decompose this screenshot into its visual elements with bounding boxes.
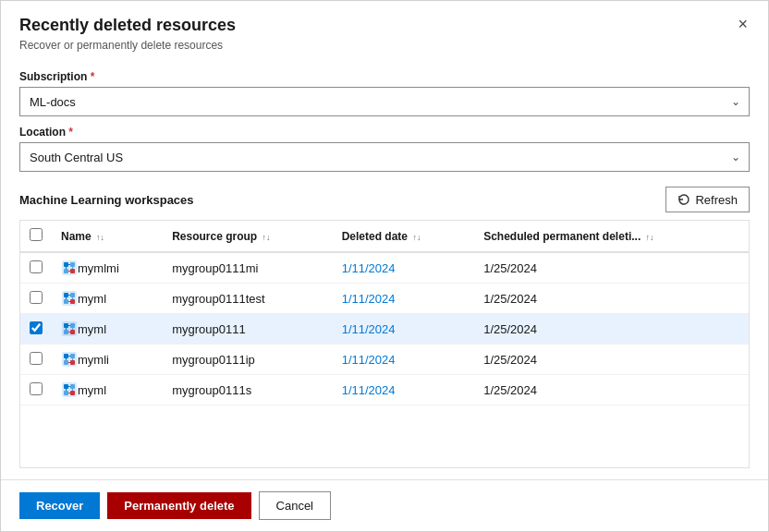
row-checkbox-cell	[20, 284, 52, 314]
permanently-delete-button[interactable]: Permanently delete	[107, 492, 250, 519]
table-body: mymlmi mygroup0111mi1/11/20241/25/2024 m…	[20, 252, 749, 405]
recently-deleted-dialog: Recently deleted resources Recover or pe…	[0, 0, 769, 532]
row-checkbox[interactable]	[30, 321, 43, 334]
dialog-title: Recently deleted resources	[19, 16, 750, 35]
svg-rect-20	[70, 323, 75, 328]
row-scheduled-delete: 1/25/2024	[474, 375, 749, 405]
svg-rect-22	[70, 330, 75, 334]
svg-rect-29	[70, 354, 75, 358]
subscription-select-wrapper: ML-docs ⌄	[19, 87, 750, 116]
row-deleted-date: 1/11/2024	[333, 345, 475, 375]
select-all-checkbox[interactable]	[30, 228, 43, 241]
svg-rect-40	[70, 391, 75, 395]
svg-rect-10	[64, 293, 68, 297]
dialog-footer: Recover Permanently delete Cancel	[1, 479, 768, 531]
row-name: myml	[78, 322, 106, 336]
row-name: myml	[78, 292, 106, 306]
location-select-wrapper: South Central US ⌄	[19, 142, 750, 172]
table-header: Name ↑↓ Resource group ↑↓ Deleted date ↑…	[20, 221, 749, 252]
refresh-icon	[677, 193, 690, 206]
ml-workspace-icon	[61, 351, 78, 368]
select-all-header[interactable]	[20, 221, 52, 252]
required-star-2: *	[66, 126, 73, 139]
location-select[interactable]: South Central US	[19, 142, 750, 172]
svg-rect-13	[70, 299, 75, 304]
subscription-label: Subscription *	[19, 70, 750, 83]
svg-rect-30	[64, 360, 68, 365]
ml-workspace-icon	[61, 290, 78, 307]
resources-table: Name ↑↓ Resource group ↑↓ Deleted date ↑…	[20, 221, 749, 405]
row-resource-group: mygroup0111ip	[163, 345, 332, 375]
name-sort-icon: ↑↓	[96, 233, 104, 242]
cancel-button[interactable]: Cancel	[259, 491, 331, 520]
row-name: myml	[78, 383, 106, 397]
close-button[interactable]: ×	[732, 14, 753, 34]
section-title: Machine Learning workspaces	[19, 193, 194, 207]
refresh-button[interactable]: Refresh	[665, 187, 750, 212]
resource-group-sort-icon: ↑↓	[262, 233, 271, 242]
row-deleted-date: 1/11/2024	[333, 375, 475, 405]
deleted-date-sort-icon: ↑↓	[412, 233, 421, 242]
row-checkbox[interactable]	[30, 352, 43, 365]
row-deleted-date: 1/11/2024	[333, 284, 475, 314]
table-row: mymli mygroup0111ip1/11/20241/25/2024	[20, 345, 749, 375]
row-checkbox-cell	[20, 375, 52, 405]
svg-rect-39	[64, 391, 68, 395]
row-scheduled-delete: 1/25/2024	[474, 252, 749, 284]
svg-rect-21	[64, 330, 68, 334]
subscription-group: Subscription * ML-docs ⌄	[19, 70, 750, 116]
required-star: *	[87, 70, 94, 83]
recover-button[interactable]: Recover	[19, 492, 100, 519]
resource-group-column-header[interactable]: Resource group ↑↓	[163, 221, 332, 252]
svg-rect-19	[64, 323, 68, 328]
row-checkbox[interactable]	[30, 260, 43, 273]
row-resource-group: mygroup0111test	[163, 284, 332, 314]
location-label: Location *	[19, 126, 750, 139]
row-name-cell: myml	[52, 314, 163, 345]
svg-rect-31	[70, 360, 75, 365]
name-column-header[interactable]: Name ↑↓	[52, 221, 163, 252]
row-scheduled-delete: 1/25/2024	[474, 284, 749, 314]
row-name-cell: mymlmi	[52, 252, 163, 284]
location-group: Location * South Central US ⌄	[19, 126, 750, 172]
deleted-date-column-header[interactable]: Deleted date ↑↓	[333, 221, 475, 252]
row-checkbox-cell	[20, 345, 52, 375]
table-row: myml mygroup0111test1/11/20241/25/2024	[20, 284, 749, 314]
svg-rect-3	[64, 269, 68, 273]
dialog-subtitle: Recover or permanently delete resources	[19, 39, 750, 52]
row-name: mymli	[78, 353, 109, 367]
scheduled-sort-icon: ↑↓	[646, 233, 654, 242]
svg-rect-11	[70, 293, 75, 297]
row-name-cell: myml	[52, 375, 163, 405]
subscription-select[interactable]: ML-docs	[19, 87, 750, 116]
svg-rect-37	[64, 384, 68, 389]
svg-rect-28	[64, 354, 68, 358]
row-deleted-date: 1/11/2024	[333, 314, 475, 345]
ml-workspace-icon	[61, 260, 78, 276]
ml-workspace-icon	[61, 381, 78, 398]
svg-rect-2	[70, 262, 75, 267]
row-resource-group: mygroup0111	[163, 314, 332, 345]
svg-rect-1	[64, 262, 68, 267]
row-name-cell: mymli	[52, 345, 163, 375]
svg-rect-4	[70, 269, 75, 273]
row-resource-group: mygroup0111s	[163, 375, 332, 405]
table-row: mymlmi mygroup0111mi1/11/20241/25/2024	[20, 252, 749, 284]
dialog-body: Subscription * ML-docs ⌄ Location * Sout…	[1, 59, 768, 479]
table-row: myml mygroup01111/11/20241/25/2024	[20, 314, 749, 345]
table-row: myml mygroup0111s1/11/20241/25/2024	[20, 375, 749, 405]
row-resource-group: mygroup0111mi	[163, 252, 332, 284]
row-checkbox-cell	[20, 252, 52, 284]
row-name-cell: myml	[52, 284, 163, 314]
row-scheduled-delete: 1/25/2024	[474, 314, 749, 345]
svg-rect-38	[70, 384, 75, 389]
row-checkbox-cell	[20, 314, 52, 345]
row-checkbox[interactable]	[30, 382, 43, 395]
refresh-label: Refresh	[695, 193, 738, 207]
dialog-header: Recently deleted resources Recover or pe…	[1, 1, 768, 59]
scheduled-delete-column-header[interactable]: Scheduled permanent deleti... ↑↓	[474, 221, 749, 252]
row-scheduled-delete: 1/25/2024	[474, 345, 749, 375]
row-checkbox[interactable]	[30, 291, 43, 304]
svg-rect-12	[64, 299, 68, 304]
ml-workspace-icon	[61, 320, 78, 337]
